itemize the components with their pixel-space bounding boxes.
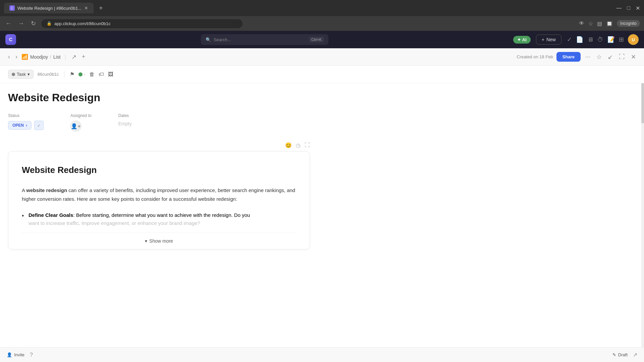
extension-icon[interactable]: 🔲 [606, 20, 613, 27]
star-button[interactable]: ☆ [595, 52, 603, 62]
panel-header-actions: Created on 18 Feb Share ··· ☆ ↙ ⛶ ✕ [517, 52, 637, 62]
doc-card: Website Redesign A website redesign can … [8, 151, 310, 249]
emoji-icon[interactable]: 😊 [285, 142, 292, 148]
chevron-right-icon: › [84, 72, 85, 77]
assigned-label: Assigned to [70, 113, 92, 118]
screen-icon[interactable]: 🖥 [587, 36, 593, 43]
expand-button[interactable]: ↗ [633, 352, 637, 358]
draft-icon: ✎ [612, 352, 616, 357]
view-name[interactable]: List [53, 54, 61, 60]
status-badge[interactable]: OPEN › [8, 121, 32, 130]
tab-close-button[interactable]: ✕ [84, 5, 88, 11]
flag-icon[interactable]: ⚑ [70, 71, 74, 77]
bookmark-star-icon[interactable]: ☆ [588, 20, 593, 27]
maximize-button[interactable]: □ [627, 5, 630, 11]
scroll-thumb[interactable] [641, 83, 644, 123]
refresh-button[interactable]: ↻ [30, 18, 37, 28]
history-icon[interactable]: ◷ [296, 142, 301, 148]
eye-off-icon[interactable]: 👁 [579, 20, 584, 26]
dates-value[interactable]: Empty [118, 121, 132, 126]
task-dot-icon [12, 73, 15, 76]
forward-button[interactable]: → [17, 19, 25, 28]
tag-icon[interactable]: 🏷 [99, 71, 104, 77]
scroll-track [641, 83, 644, 362]
panel-toolbar: Task ▾ 86cun0b1c ⚑ › 🗑 🏷 🖼 [0, 66, 644, 83]
incognito-badge: Incognito [617, 20, 640, 27]
bullet-faded-text: want to increase traffic, improve engage… [29, 220, 200, 226]
nav-prev-button[interactable]: ‹ [7, 52, 11, 62]
panel-content: Website Redesign Status OPEN › ✓ [0, 83, 644, 362]
status-chevron-icon: › [26, 123, 27, 128]
draft-button[interactable]: ✎ Draft [612, 352, 628, 357]
show-more-button[interactable]: ▾ Show more [22, 233, 296, 249]
close-panel-button[interactable]: ✕ [630, 52, 637, 62]
sparkle-icon: ✦ [517, 37, 521, 42]
add-person-icon: 👤+ [71, 123, 80, 129]
nav-next-button[interactable]: › [14, 52, 19, 62]
reader-icon[interactable]: ▤ [597, 20, 602, 27]
browser-chrome: C Website Redesign | #86cun0b1... ✕ + — … [0, 0, 644, 16]
close-window-button[interactable]: ✕ [636, 5, 640, 11]
timer-icon[interactable]: ⏱ [597, 36, 603, 43]
bullet-title: Define Clear Goals [29, 212, 73, 218]
app-header: C 🔍 Search... Ctrl+K ✦ AI + New ✓ 📄 🖥 ⏱ … [0, 31, 644, 48]
lock-icon: 🔒 [47, 21, 52, 26]
wifi-icon: 📶 [21, 54, 28, 60]
assigned-field: Assigned to 👤+ [70, 113, 92, 131]
add-assignee-button[interactable]: 👤+ [70, 121, 81, 131]
help-button[interactable]: ? [30, 352, 33, 358]
more-options-button[interactable]: ··· [584, 52, 592, 62]
add-tab-button[interactable]: + [80, 52, 87, 62]
toolbar-separator [64, 71, 64, 78]
new-tab-button[interactable]: + [96, 3, 106, 13]
chevron-down-icon: ▾ [28, 72, 30, 77]
bullet-colon: : Before starting, determine what you wa… [73, 212, 250, 218]
browser-tab[interactable]: C Website Redesign | #86cun0b1... ✕ [4, 3, 94, 13]
expand-panel-button[interactable]: ⛶ [618, 52, 626, 62]
task-id-badge: 86cun0b1c [38, 72, 59, 77]
invoice-icon[interactable]: 📄 [576, 36, 583, 43]
chevron-down-show-icon: ▾ [145, 238, 147, 244]
breadcrumb-sep: / [50, 54, 51, 60]
panel-header: ‹ › 📶 Moodjoy / List | ↗ + Created on 18… [0, 48, 644, 66]
fullscreen-icon[interactable]: ⛶ [305, 142, 310, 148]
pin-button[interactable]: ↙ [606, 52, 614, 62]
grid-icon[interactable]: ⊞ [619, 36, 624, 43]
task-title[interactable]: Website Redesign [8, 91, 310, 104]
address-bar-row: ← → ↻ 🔒 app.clickup.com/t/86cun0b1c 👁 ☆ … [0, 16, 644, 31]
share-button[interactable]: Share [556, 52, 581, 62]
dates-field: Dates Empty [118, 113, 132, 131]
workspace-name[interactable]: Moodjoy [30, 54, 48, 60]
desc-icons: 😊 ◷ ⛶ [8, 142, 310, 148]
export-icon-button[interactable]: ↗ [70, 52, 78, 62]
ai-badge[interactable]: ✦ AI [513, 36, 531, 44]
note-icon[interactable]: 📝 [607, 36, 615, 43]
invite-button[interactable]: 👤 Invite [7, 352, 24, 357]
task-type-label: Task [17, 72, 26, 77]
status-check-button[interactable]: ✓ [34, 121, 44, 130]
show-more-label: Show more [149, 238, 173, 244]
image-icon[interactable]: 🖼 [108, 71, 113, 77]
doc-card-title: Website Redesign [22, 165, 296, 175]
address-bar[interactable]: 🔒 app.clickup.com/t/86cun0b1c [41, 19, 243, 28]
trash-icon[interactable]: 🗑 [89, 71, 95, 77]
doc-list: Define Clear Goals: Before starting, det… [22, 211, 296, 227]
check-icon[interactable]: ✓ [567, 36, 572, 43]
back-button[interactable]: ← [4, 19, 13, 28]
new-label: New [546, 37, 556, 42]
search-bar[interactable]: 🔍 Search... Ctrl+K [201, 34, 328, 45]
task-panel: ‹ › 📶 Moodjoy / List | ↗ + Created on 18… [0, 48, 644, 362]
divider: | [65, 54, 66, 60]
bold-term: website redesign [26, 187, 67, 193]
status-control[interactable]: › [78, 72, 85, 77]
invite-label: Invite [14, 352, 24, 357]
ai-label: AI [522, 37, 527, 42]
new-button[interactable]: + New [536, 35, 561, 45]
main-area: ‹ › 📶 Moodjoy / List | ↗ + Created on 18… [0, 48, 644, 362]
status-field: Status OPEN › ✓ [8, 113, 44, 131]
minimize-button[interactable]: — [616, 5, 622, 11]
search-shortcut: Ctrl+K [309, 37, 324, 42]
task-type-dropdown[interactable]: Task ▾ [8, 70, 34, 79]
user-avatar[interactable]: U [628, 34, 639, 45]
bottom-bar: 👤 Invite ? ✎ Draft ↗ [0, 347, 644, 362]
